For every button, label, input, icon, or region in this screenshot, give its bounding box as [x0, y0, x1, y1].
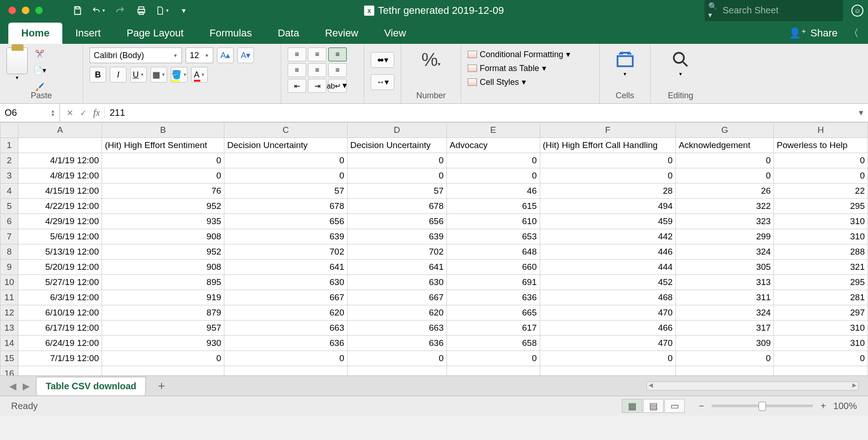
maximize-window-button[interactable] — [35, 6, 43, 14]
cell[interactable]: 639 — [224, 229, 347, 244]
horizontal-scrollbar[interactable] — [646, 381, 859, 391]
cell[interactable]: 908 — [102, 260, 224, 275]
cell[interactable]: 468 — [540, 290, 675, 305]
cell[interactable]: 660 — [446, 260, 540, 275]
fill-color-button[interactable]: 🪣▼ — [171, 67, 187, 83]
format-as-table-button[interactable]: Format as Table ▾ — [468, 63, 593, 73]
cell[interactable]: 281 — [774, 290, 868, 305]
font-name-combo[interactable]: Calibri (Body)▼ — [90, 48, 182, 63]
column-header[interactable]: E — [446, 123, 540, 138]
cell[interactable]: 663 — [347, 321, 446, 336]
zoom-slider[interactable] — [711, 404, 813, 407]
cell[interactable]: 656 — [224, 214, 347, 229]
editing-button[interactable]: ▼ — [657, 48, 704, 77]
cell[interactable]: 4/29/19 12:00 — [18, 214, 102, 229]
undo-button[interactable]: ▼ — [92, 4, 106, 18]
cell[interactable]: 895 — [102, 275, 224, 290]
cells-button[interactable]: ▼ — [606, 48, 644, 77]
cell[interactable]: 6/17/19 12:00 — [18, 321, 102, 336]
ribbon-tab-page-layout[interactable]: Page Layout — [114, 23, 197, 44]
cell[interactable]: 610 — [446, 214, 540, 229]
increase-font-button[interactable]: A▴ — [217, 48, 234, 63]
cell[interactable]: 0 — [675, 153, 773, 168]
cell[interactable]: 0 — [446, 351, 540, 366]
cell[interactable]: 494 — [540, 199, 675, 214]
cell[interactable]: 321 — [774, 260, 868, 275]
spreadsheet-grid[interactable]: ABCDEFGH1(Hit) High Effort SentimentDeci… — [0, 122, 868, 376]
cell[interactable]: 636 — [347, 336, 446, 351]
cell[interactable] — [347, 366, 446, 376]
cell[interactable]: 0 — [102, 351, 224, 366]
normal-view-button[interactable]: ▦ — [622, 399, 642, 413]
cell[interactable]: 0 — [675, 351, 773, 366]
cell[interactable]: 5/20/19 12:00 — [18, 260, 102, 275]
cell[interactable]: 957 — [102, 321, 224, 336]
cell[interactable]: 310 — [774, 336, 868, 351]
collapse-ribbon-button[interactable]: 〈 — [849, 26, 859, 40]
cell[interactable]: 311 — [675, 290, 773, 305]
cell[interactable]: Decision Uncertainty — [224, 138, 347, 153]
cell[interactable]: 919 — [102, 290, 224, 305]
ribbon-tab-formulas[interactable]: Formulas — [197, 23, 265, 44]
search-input[interactable] — [723, 5, 839, 16]
customize-qat-button[interactable]: ▼ — [177, 4, 191, 18]
row-header[interactable]: 16 — [0, 366, 18, 376]
cell[interactable]: 935 — [102, 214, 224, 229]
cell[interactable]: 648 — [446, 244, 540, 260]
column-header[interactable]: D — [347, 123, 446, 138]
cell[interactable]: 322 — [675, 199, 773, 214]
column-header[interactable]: G — [675, 123, 773, 138]
cell[interactable]: 0 — [102, 153, 224, 168]
cell[interactable]: 323 — [675, 214, 773, 229]
column-header[interactable]: A — [18, 123, 102, 138]
cell[interactable]: Advocacy — [446, 138, 540, 153]
cell[interactable]: 0 — [675, 168, 773, 184]
merge-cells-button[interactable]: ⬌▾ — [371, 52, 394, 68]
column-header[interactable]: B — [102, 123, 224, 138]
cell[interactable]: 7/1/19 12:00 — [18, 351, 102, 366]
merge-across-button[interactable]: ↔▾ — [371, 74, 394, 90]
cell[interactable]: 0 — [774, 168, 868, 184]
cell[interactable]: 76 — [102, 184, 224, 199]
row-header[interactable]: 10 — [0, 275, 18, 290]
row-header[interactable]: 3 — [0, 168, 18, 184]
cell[interactable]: 658 — [446, 336, 540, 351]
print-button[interactable] — [134, 4, 148, 18]
cell[interactable]: 470 — [540, 305, 675, 321]
cell[interactable]: 665 — [446, 305, 540, 321]
formula-input[interactable] — [105, 107, 854, 118]
cell[interactable]: 0 — [774, 153, 868, 168]
cell[interactable]: 5/27/19 12:00 — [18, 275, 102, 290]
cell[interactable] — [446, 366, 540, 376]
cell-styles-button[interactable]: Cell Styles ▾ — [468, 77, 593, 87]
row-header[interactable]: 2 — [0, 153, 18, 168]
cell[interactable]: 288 — [774, 244, 868, 260]
cell[interactable]: 452 — [540, 275, 675, 290]
font-color-button[interactable]: A▼ — [191, 67, 208, 83]
feedback-button[interactable]: ☺ — [851, 5, 863, 17]
cell[interactable]: 617 — [446, 321, 540, 336]
cell[interactable]: 317 — [675, 321, 773, 336]
cell[interactable] — [540, 366, 675, 376]
ribbon-tab-home[interactable]: Home — [8, 23, 62, 44]
align-middle-center-button[interactable]: ≡ — [308, 63, 326, 77]
cell[interactable]: 0 — [446, 153, 540, 168]
cell[interactable]: 630 — [347, 275, 446, 290]
cell[interactable]: 908 — [102, 229, 224, 244]
cell[interactable]: 0 — [224, 351, 347, 366]
cell[interactable]: 879 — [102, 305, 224, 321]
italic-button[interactable]: I — [110, 67, 127, 83]
cell[interactable]: 620 — [224, 305, 347, 321]
cell[interactable]: 5/6/19 12:00 — [18, 229, 102, 244]
zoom-level[interactable]: 100% — [833, 401, 857, 411]
borders-button[interactable]: ▦▼ — [151, 67, 167, 83]
align-middle-left-button[interactable]: ≡ — [288, 63, 306, 77]
cell[interactable]: 630 — [224, 275, 347, 290]
cell[interactable]: 656 — [347, 214, 446, 229]
cell[interactable]: Decision Uncertainty — [347, 138, 446, 153]
cell[interactable]: 639 — [347, 229, 446, 244]
search-box[interactable]: 🔍▾ — [705, 0, 843, 21]
cell[interactable]: 6/10/19 12:00 — [18, 305, 102, 321]
bold-button[interactable]: B — [90, 67, 106, 83]
cell[interactable]: 0 — [540, 153, 675, 168]
